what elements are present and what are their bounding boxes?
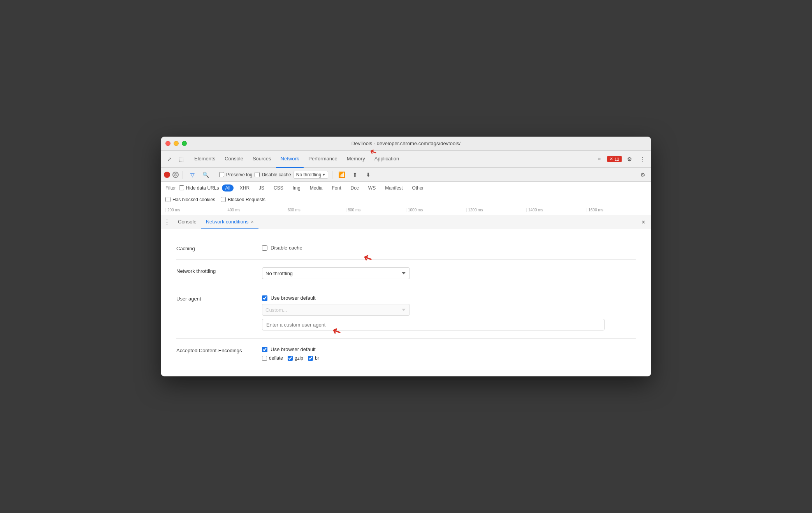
ruler-mark-400: 400 ms (226, 208, 286, 212)
ruler-mark-1600: 1600 ms (587, 208, 647, 212)
custom-ua-select[interactable]: Custom... (262, 304, 410, 316)
hide-data-urls[interactable]: Hide data URLs (179, 185, 219, 191)
deflate-label[interactable]: deflate (262, 355, 283, 361)
ruler-mark-600: 600 ms (286, 208, 346, 212)
accepted-encodings-content: Use browser default deflate gzip (262, 346, 636, 361)
bottom-tab-network-conditions[interactable]: Network conditions × (201, 215, 258, 229)
devtools-tabbar: ⤢ ⬚ Elements Console Sources Network Per… (161, 151, 651, 168)
error-icon: ✕ (610, 156, 613, 162)
tab-memory[interactable]: Memory ➜ (342, 151, 370, 168)
tab-sources[interactable]: Sources (248, 151, 276, 168)
user-agent-row: User agent Use browser default Custom... (176, 287, 636, 339)
filter-js[interactable]: JS (256, 184, 267, 191)
filter-all[interactable]: All (222, 184, 233, 191)
filter-css[interactable]: CSS (271, 184, 286, 191)
filter-ws[interactable]: WS (365, 184, 379, 191)
gear-icon: ⚙ (627, 156, 632, 162)
cursor-icon[interactable]: ⤢ (164, 154, 175, 165)
accepted-encodings-label: Accepted Content-Encodings (176, 346, 262, 354)
preserve-log-checkbox[interactable] (219, 172, 224, 177)
bottom-tab-console[interactable]: Console (173, 215, 201, 229)
filter-other[interactable]: Other (409, 184, 427, 191)
throttling-content: No throttling Fast 3G Slow 3G Offline Cu… (262, 267, 636, 279)
user-agent-label: User agent (176, 295, 262, 302)
traffic-lights (165, 141, 187, 146)
tab-performance[interactable]: Performance (304, 151, 342, 168)
ruler-marks: 200 ms 400 ms 600 ms 800 ms 1000 ms 1200… (165, 208, 647, 212)
window-title: DevTools - developer.chrome.com/tags/dev… (352, 141, 460, 146)
use-browser-default-ua-checkbox[interactable] (262, 295, 267, 301)
devtools-icons: ⤢ ⬚ (164, 154, 186, 165)
filter-icon[interactable]: ▽ (187, 169, 198, 180)
caching-content: Disable cache (262, 245, 636, 251)
minimize-button[interactable] (174, 141, 179, 146)
error-badge[interactable]: ✕ 12 (607, 156, 622, 162)
ruler-mark-1400: 1400 ms (526, 208, 587, 212)
throttling-select[interactable]: No throttling Fast 3G Slow 3G Offline Cu… (262, 267, 410, 279)
has-blocked-cookies-checkbox[interactable] (165, 197, 170, 202)
more-tabs-button[interactable]: » (594, 151, 605, 168)
gear-icon-sm: ⚙ (640, 172, 645, 178)
gzip-label[interactable]: gzip (288, 355, 303, 361)
blocked-requests-checkbox[interactable] (221, 197, 226, 202)
filter-doc[interactable]: Doc (348, 184, 362, 191)
record-button[interactable] (164, 172, 170, 178)
devtools-window: DevTools - developer.chrome.com/tags/dev… (161, 137, 651, 376)
preserve-log-label[interactable]: Preserve log (219, 172, 252, 177)
deflate-checkbox[interactable] (262, 356, 267, 361)
blocked-requests[interactable]: Blocked Requests (221, 197, 265, 202)
throttle-control[interactable]: No throttling ▼ (294, 171, 329, 179)
filter-img[interactable]: Img (290, 184, 304, 191)
filter-xhr[interactable]: XHR (237, 184, 253, 191)
upload-icon[interactable]: ⬆ (350, 169, 360, 180)
use-browser-default-ua[interactable]: Use browser default (262, 295, 636, 301)
disable-cache-checkbox[interactable] (255, 172, 260, 177)
br-label[interactable]: br (308, 355, 319, 361)
clear-button[interactable]: ⊘ (172, 172, 179, 178)
bottom-panel-tabs: ⋮ Console Network conditions × × (161, 215, 651, 229)
throttling-label: Network throttling (176, 267, 262, 274)
divider (183, 171, 183, 179)
filter-font[interactable]: Font (329, 184, 344, 191)
caching-row: Caching Disable cache (176, 237, 636, 260)
network-settings-icon[interactable]: ⚙ (637, 169, 648, 180)
accepted-encodings-row: Accepted Content-Encodings Use browser d… (176, 339, 636, 369)
divider3 (332, 171, 332, 179)
hide-data-urls-checkbox[interactable] (179, 185, 184, 190)
divider2 (215, 171, 215, 179)
custom-ua-input[interactable] (262, 319, 605, 330)
tab-elements[interactable]: Elements (190, 151, 220, 168)
use-browser-default-enc[interactable]: Use browser default (262, 346, 636, 352)
settings-button[interactable]: ⚙ (624, 154, 635, 165)
maximize-button[interactable] (182, 141, 187, 146)
filter-media[interactable]: Media (307, 184, 326, 191)
disable-cache-label[interactable]: Disable cache (255, 172, 291, 177)
search-button[interactable]: 🔍 (200, 169, 211, 180)
caching-label: Caching (176, 245, 262, 251)
more-options-button[interactable]: ⋮ (637, 154, 648, 165)
close-button[interactable] (165, 141, 170, 146)
user-agent-content: Use browser default Custom... (262, 295, 636, 330)
throttling-row: Network throttling No throttling Fast 3G… (176, 260, 636, 287)
tab-network[interactable]: Network (276, 151, 304, 168)
ruler-mark-200: 200 ms (165, 208, 226, 212)
br-checkbox[interactable] (308, 356, 313, 361)
tab-console[interactable]: Console (220, 151, 248, 168)
bottom-panel: ⋮ Console Network conditions × × Caching… (161, 215, 651, 376)
tab-end-controls: » ✕ 12 ⚙ ⋮ (594, 151, 648, 168)
panel-close-button[interactable]: × (639, 218, 648, 227)
use-browser-default-enc-checkbox[interactable] (262, 347, 267, 352)
tab-close-icon[interactable]: × (251, 219, 254, 225)
has-blocked-cookies[interactable]: Has blocked cookies (165, 197, 215, 202)
filter-manifest[interactable]: Manifest (382, 184, 406, 191)
vertical-dots-icon: ⋮ (640, 156, 645, 162)
download-icon[interactable]: ⬇ (363, 169, 374, 180)
disable-cache-nc-checkbox[interactable] (262, 245, 267, 251)
wifi-conditions-icon[interactable]: 📶 (336, 169, 347, 180)
titlebar: DevTools - developer.chrome.com/tags/dev… (161, 137, 651, 151)
gzip-checkbox[interactable] (288, 356, 293, 361)
tab-application[interactable]: Application (370, 151, 404, 168)
panel-drag-handle[interactable]: ⋮ (164, 218, 170, 226)
device-toolbar-icon[interactable]: ⬚ (176, 154, 186, 165)
disable-cache-control[interactable]: Disable cache (262, 245, 636, 251)
